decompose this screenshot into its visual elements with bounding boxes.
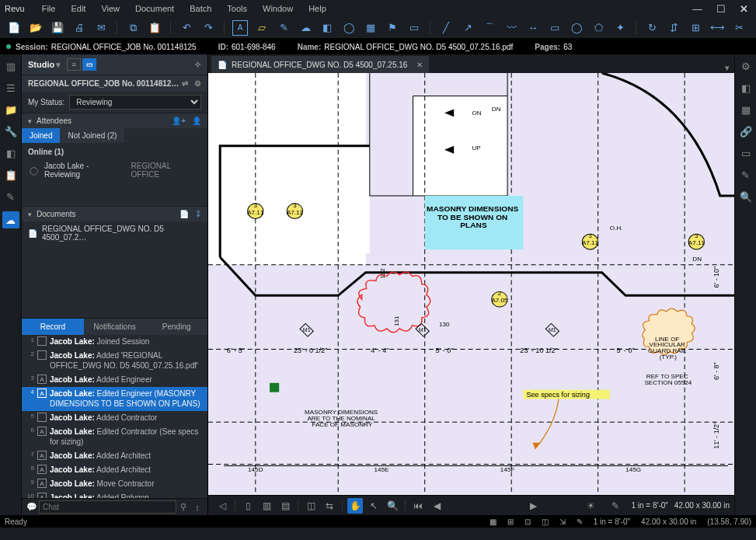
snapshot-icon[interactable]: ✂ [731,20,747,36]
view-detail[interactable]: ▭ [82,58,96,71]
documents-header[interactable]: ▾ Documents 📄 ↧ [22,206,207,221]
filter-icon[interactable]: ⚲ [176,502,190,512]
project-settings-icon[interactable]: ⚙ [194,79,201,88]
first-page-icon[interactable]: ⏮ [410,498,426,514]
menu-view[interactable]: View [101,4,120,13]
thumbnails-icon[interactable]: ▥ [4,59,18,73]
arrow-icon[interactable]: ↗ [460,20,476,36]
image-icon[interactable]: ▦ [363,20,378,36]
menu-edit[interactable]: Edit [71,4,85,13]
scale-display[interactable]: 1 in = 8'-0" [631,501,667,510]
brightness-icon[interactable]: ☀ [583,498,598,514]
toolchest-icon[interactable]: 🔧 [4,124,18,138]
view-list[interactable]: ≡ [67,58,81,71]
tab-options-icon[interactable]: ▾ [720,63,734,73]
document-tab[interactable]: 📄 REGIONAL OFFICE_DWG NO. D5 4500_07.25.… [211,56,429,73]
chat-input[interactable] [39,500,176,514]
measure-icon[interactable]: ⟷ [709,20,725,36]
rotate-icon[interactable]: ↻ [644,20,660,36]
close-button[interactable]: ✕ [737,3,751,15]
status-icon6[interactable]: ✎ [577,517,583,526]
save-icon[interactable]: 💾 [50,20,65,36]
rectangle-icon[interactable]: ▭ [547,20,563,36]
maximize-button[interactable]: ☐ [713,3,729,15]
refresh-icon[interactable]: 👤 [192,117,201,125]
split-icon[interactable]: ◫ [303,498,319,514]
markups-icon[interactable]: ✎ [4,190,18,204]
pan-icon[interactable]: ✋ [347,498,363,514]
menu-file[interactable]: File [42,4,56,13]
pen-icon[interactable]: ✎ [276,20,291,36]
tab-pending[interactable]: Pending [145,318,207,335]
flag-icon[interactable]: ⚑ [385,20,400,36]
record-item[interactable]: 9AJacob Lake: Move Contractor [22,477,207,491]
spaces-icon[interactable]: ▦ [739,103,753,117]
invite-icon[interactable]: 👤+ [172,117,186,125]
status-select[interactable]: Reviewing [69,95,201,110]
settings-icon[interactable]: ⚙ [739,59,753,73]
status-icon3[interactable]: ⊡ [524,517,531,526]
links-icon[interactable]: 🔗 [739,124,753,138]
nav-prev-icon[interactable]: ◁ [214,498,230,514]
add-doc-icon[interactable]: 📄 [179,210,189,218]
undo-icon[interactable]: ↶ [179,20,194,36]
properties-icon[interactable]: ◧ [4,146,18,160]
new-icon[interactable]: 📄 [6,20,22,36]
ellipse-icon[interactable]: ◯ [569,20,584,36]
cloudplus-icon[interactable]: ✦ [612,20,628,36]
pin-icon[interactable]: ✧ [194,60,201,70]
facing-icon[interactable]: ▤ [277,498,293,514]
cloud-icon[interactable]: ☁ [298,20,313,36]
file-access-icon[interactable]: 📁 [4,103,18,117]
stamp-icon[interactable]: ◯ [341,20,357,36]
record-item[interactable]: 5 Jacob Lake: Added Contractor [22,411,207,425]
prev-page-icon[interactable]: ◀ [429,498,444,514]
sort-icon[interactable]: ⇵ [666,20,681,36]
status-icon4[interactable]: ◫ [542,517,549,526]
copy-icon[interactable]: ⧉ [125,20,141,36]
menu-tools[interactable]: Tools [227,4,247,13]
menu-batch[interactable]: Batch [190,4,211,13]
record-item[interactable]: 6AJacob Lake: Edited Contractor (See spe… [22,425,207,449]
expand-icon[interactable]: ↕ [190,503,204,512]
chat-icon[interactable]: 💬 [25,502,39,512]
status-icon1[interactable]: ▦ [489,517,496,526]
dimension-icon[interactable]: ↔ [525,20,541,36]
status-scale[interactable]: 1 in = 8'-0" [594,517,630,526]
project-action1-icon[interactable]: ⇄ [182,79,188,88]
continuous-icon[interactable]: ▥ [259,498,274,514]
email-icon[interactable]: ✉ [93,20,109,36]
dimmer-icon[interactable]: ✎ [608,498,623,514]
menu-help[interactable]: Help [308,4,326,13]
callout-icon[interactable]: ◧ [319,20,335,36]
layers-icon[interactable]: ◧ [739,81,753,95]
text-icon[interactable]: A [232,20,248,36]
record-item[interactable]: 8AJacob Lake: Added Architect [22,463,207,477]
attendee-row[interactable]: ◯ Jacob Lake - Reviewing REGIONAL OFFICE [22,159,207,181]
status-icon5[interactable]: ⇲ [559,517,566,526]
zoom-icon[interactable]: 🔍 [385,498,400,514]
record-item[interactable]: 1 Jacob Lake: Joined Session [22,335,207,349]
sync-icon[interactable]: ⇆ [322,498,337,514]
record-item[interactable]: 4AJacob Lake: Edited Engineer (MASONRY D… [22,387,207,411]
note-icon[interactable]: ▭ [406,20,422,36]
attendees-header[interactable]: ▾ Attendees 👤+ 👤 [22,113,207,128]
open-icon[interactable]: 📂 [28,20,44,36]
record-item[interactable]: 3AJacob Lake: Added Engineer [22,373,207,387]
tab-close-icon[interactable]: ✕ [416,61,423,69]
record-item[interactable]: 10AJacob Lake: Added Polygon [22,491,207,498]
single-page-icon[interactable]: ▯ [240,498,256,514]
tab-joined[interactable]: Joined [22,128,60,143]
align-icon[interactable]: ⊞ [688,20,703,36]
polyline-icon[interactable]: 〰 [503,20,519,36]
print-icon[interactable]: 🖨 [71,20,87,36]
chevron-down-icon[interactable]: ▾ [56,60,61,70]
sort-doc-icon[interactable]: ↧ [195,210,201,218]
search2-icon[interactable]: 🔍 [739,190,753,204]
signatures-icon[interactable]: ✎ [739,168,753,182]
redo-icon[interactable]: ↷ [200,20,216,36]
menu-window[interactable]: Window [263,4,293,13]
document-item[interactable]: 📄 REGIONAL OFFICE_DWG NO. D5 4500_07.2… [22,221,207,245]
line-icon[interactable]: ╱ [438,20,454,36]
forms-icon[interactable]: ▭ [739,146,753,160]
